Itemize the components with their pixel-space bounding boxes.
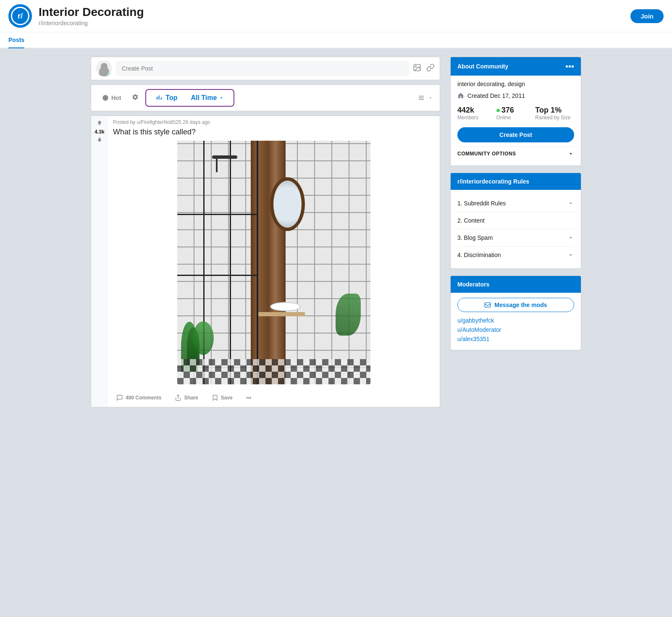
message-mods-label: Message the mods	[494, 302, 547, 308]
moderators-card: Moderators Message the mods u/gabbythefc…	[450, 276, 581, 350]
community-options-toggle[interactable]: COMMUNITY OPTIONS	[457, 147, 574, 160]
post-actions: 400 Comments Share Save •••	[113, 389, 435, 404]
about-community-title: About Community	[457, 63, 508, 70]
mod-link-2[interactable]: u/alex35351	[457, 336, 574, 342]
about-community-header: About Community •••	[451, 57, 581, 76]
rule-3[interactable]: 3. Blog Spam	[457, 229, 574, 247]
main-layout: Hot Top All Time	[84, 48, 588, 416]
settings-icon[interactable]	[132, 94, 139, 102]
rules-card: r/interiordecorating Rules 1. Subreddit …	[450, 173, 581, 269]
share-label: Share	[184, 395, 198, 401]
community-stats: 442k Members 376 Online Top 1% Ranked by…	[457, 106, 574, 121]
share-button[interactable]: Share	[171, 392, 201, 404]
svg-point-1	[415, 66, 417, 67]
sidebar-create-post-button[interactable]: Create Post	[457, 127, 574, 142]
tab-bar: Posts	[0, 32, 672, 48]
link-icon[interactable]	[426, 63, 435, 74]
top-label: Top	[165, 94, 177, 102]
rule-2[interactable]: 2. Content	[457, 212, 574, 229]
subreddit-logo: r/	[8, 4, 32, 28]
moderators-header: Moderators	[451, 276, 581, 293]
message-mods-button[interactable]: Message the mods	[457, 298, 574, 312]
left-column: Hot Top All Time	[91, 57, 440, 407]
svg-rect-2	[485, 303, 491, 307]
community-created: Created Dec 17, 2011	[457, 92, 574, 99]
right-sidebar: About Community ••• interior decorating,…	[450, 57, 581, 407]
view-toggle[interactable]	[418, 95, 433, 101]
sort-bar: Hot Top All Time	[91, 84, 440, 111]
rule-4[interactable]: 4. Discrimination	[457, 247, 574, 263]
ranking-stat: Top 1% Ranked by Size	[535, 106, 574, 121]
online-indicator	[108, 72, 112, 76]
post-title[interactable]: What is this style called?	[113, 128, 435, 137]
post-card: 4.3k Posted by u/FirefighterNo8525 26 da…	[91, 116, 440, 407]
community-description: interior decorating, design	[457, 81, 574, 87]
rules-title: r/interiordecorating Rules	[457, 178, 529, 185]
vote-column: 4.3k	[91, 116, 108, 407]
create-post-box	[91, 57, 440, 80]
page-title: Interior Decorating	[39, 5, 624, 19]
members-stat: 442k Members	[457, 106, 496, 121]
page-header: r/ Interior Decorating r/interiordecorat…	[0, 0, 672, 32]
community-options-dots[interactable]: •••	[565, 62, 574, 71]
post-image	[177, 141, 370, 384]
online-stat: 376 Online	[496, 106, 536, 121]
online-dot	[496, 109, 500, 112]
save-button[interactable]: Save	[208, 392, 236, 404]
sort-all-time[interactable]: All Time	[186, 92, 228, 104]
comments-button[interactable]: 400 Comments	[113, 392, 165, 404]
create-post-input[interactable]	[116, 61, 409, 76]
join-button[interactable]: Join	[630, 9, 664, 23]
moderators-title: Moderators	[457, 281, 489, 288]
upvote-button[interactable]	[96, 119, 103, 127]
rule-1[interactable]: 1. Subreddit Rules	[457, 195, 574, 212]
all-time-label: All Time	[191, 94, 217, 102]
mod-link-0[interactable]: u/gabbythefck	[457, 317, 574, 324]
vote-count: 4.3k	[94, 129, 104, 135]
sort-hot[interactable]: Hot	[98, 92, 125, 104]
top-sort-highlight: Top All Time	[145, 89, 234, 107]
subreddit-name: r/interiordecorating	[39, 20, 624, 26]
save-label: Save	[221, 395, 233, 401]
post-meta: Posted by u/FirefighterNo8525 26 days ag…	[113, 119, 435, 125]
mod-link-1[interactable]: u/AutoModerator	[457, 326, 574, 333]
image-upload-icon[interactable]	[413, 63, 421, 74]
downvote-button[interactable]	[96, 137, 103, 144]
comments-label: 400 Comments	[126, 395, 161, 401]
post-body: Posted by u/FirefighterNo8525 26 days ag…	[108, 116, 440, 407]
about-community-card: About Community ••• interior decorating,…	[450, 57, 581, 166]
sort-top[interactable]: Top	[151, 92, 181, 104]
tab-posts[interactable]: Posts	[8, 32, 24, 48]
avatar	[96, 60, 112, 76]
rules-header: r/interiordecorating Rules	[451, 173, 581, 190]
header-info: Interior Decorating r/interiordecorating	[39, 5, 624, 26]
more-options-button[interactable]: •••	[243, 392, 255, 404]
